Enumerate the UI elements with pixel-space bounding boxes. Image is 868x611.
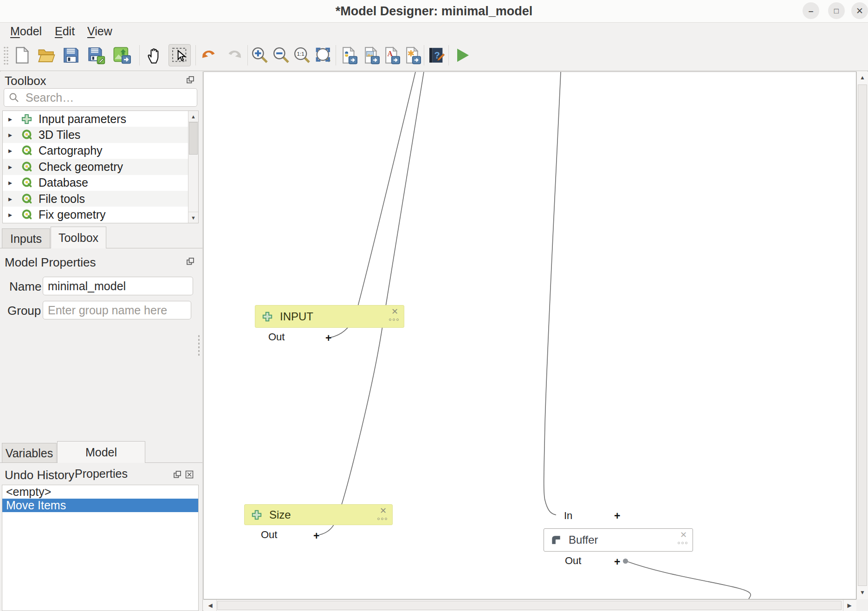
zoom-full-button[interactable] [312,44,335,66]
tree-scrollbar[interactable]: ▲ ▼ [188,111,198,223]
name-field[interactable] [43,277,193,295]
undo-icon [200,46,218,65]
remove-node-icon[interactable]: ✕ [680,530,687,540]
tree-item-check-geometry[interactable]: ▸Check geometry [3,159,198,175]
tree-item-input-parameters[interactable]: ▸Input parameters [3,111,198,127]
save-model-button[interactable] [60,44,82,66]
tab-variables[interactable]: Variables [2,443,57,463]
horizontal-scrollbar-thumb[interactable] [217,601,842,610]
buffer-algorithm-icon [550,534,562,546]
open-model-button[interactable] [35,44,58,66]
redo-button[interactable] [223,44,246,66]
model-properties-float-icon[interactable] [186,257,195,266]
help-button[interactable]: ? [425,44,447,66]
scroll-down-icon[interactable]: ▼ [188,212,198,223]
pan-tool-button[interactable] [143,44,166,66]
zoom-actual-icon: 1:1 [293,46,311,65]
expander-icon[interactable]: ▸ [3,195,19,203]
expander-icon[interactable]: ▸ [3,115,19,124]
node-buffer-out-port[interactable]: + [614,555,620,569]
more-options-icon[interactable] [678,542,687,544]
tab-inputs[interactable]: Inputs [2,228,50,248]
expander-icon[interactable]: ▸ [3,130,19,139]
toolbar-drag-handle[interactable] [3,46,9,65]
menu-edit[interactable]: Edit [52,23,78,40]
qgis-provider-icon [20,176,33,189]
expander-icon[interactable]: ▸ [3,146,19,155]
toolbar-separator [448,45,449,65]
node-input-out-port[interactable]: + [325,331,331,345]
scroll-left-icon[interactable]: ◀ [204,600,217,611]
node-size-out-port[interactable]: + [313,529,319,543]
save-model-as-button[interactable] [85,44,107,66]
scroll-up-icon[interactable]: ▲ [857,72,868,84]
undo-item-move-items[interactable]: Move Items [2,499,198,512]
export-svg-icon [402,46,421,65]
panel-splitter-handle[interactable] [198,334,200,356]
vertical-scrollbar-thumb[interactable] [858,84,867,586]
toolbox-float-icon[interactable] [186,75,195,84]
expander-icon[interactable]: ▸ [3,162,19,171]
scroll-up-icon[interactable]: ▲ [188,111,198,122]
node-buffer-out-anchor[interactable] [623,559,628,564]
search-input[interactable] [4,88,197,107]
node-input[interactable]: INPUT ✕ [255,305,404,328]
model-canvas[interactable]: INPUT ✕ Out + Size ✕ Out + In + Buffer ✕… [203,72,856,599]
export-image-button[interactable] [359,44,382,66]
minimize-button[interactable]: – [803,2,819,19]
tree-item-3d-tiles[interactable]: ▸3D Tiles [3,127,198,143]
node-buffer[interactable]: Buffer ✕ [544,528,693,552]
undo-button[interactable] [198,44,220,66]
save-model-in-project-button[interactable] [110,44,133,66]
tab-model-properties[interactable]: Model Properties [57,441,145,463]
node-buffer-in-port-label: In [564,509,572,523]
canvas-horizontal-scrollbar[interactable]: ◀ ▶ [203,599,856,611]
menu-view[interactable]: View [84,23,115,40]
zoom-in-button[interactable] [249,44,271,66]
node-size-out-port-label: Out [261,528,277,542]
close-button[interactable]: ✕ [851,2,868,19]
more-options-icon[interactable] [377,518,387,520]
canvas-vertical-scrollbar[interactable]: ▲ ▼ [856,72,868,599]
node-buffer-label: Buffer [569,533,598,546]
more-options-icon[interactable] [389,318,399,321]
remove-node-icon[interactable]: ✕ [380,506,387,516]
edge-buffer-out [627,561,751,599]
tab-toolbox[interactable]: Toolbox [51,227,106,248]
group-field[interactable] [43,301,191,319]
menu-model[interactable]: Model [7,23,45,40]
tree-item-file-tools[interactable]: ▸File tools [3,191,198,207]
node-buffer-in-port[interactable]: + [614,509,620,523]
scroll-down-icon[interactable]: ▼ [857,586,868,598]
algorithm-tree: ▸Input parameters ▸3D Tiles ▸Cartography… [2,110,199,223]
remove-node-icon[interactable]: ✕ [391,306,398,317]
scroll-right-icon[interactable]: ▶ [843,600,855,611]
toolbox-panel-title: Toolbox [5,74,46,88]
undo-history-float-icon[interactable] [173,470,182,479]
toolbar-separator [336,45,336,65]
zoom-out-button[interactable] [270,44,292,66]
export-svg-button[interactable] [401,44,423,66]
export-python-button[interactable] [337,44,359,66]
expander-icon[interactable]: ▸ [3,178,19,187]
select-tool-button[interactable] [168,44,191,66]
model-designer-window: *Model Designer: minimal_model – □ ✕ Mod… [0,0,868,611]
input-parameter-icon [251,509,263,521]
tree-item-cartography[interactable]: ▸Cartography [3,143,198,159]
undo-history-close-icon[interactable] [185,470,194,479]
tree-scrollbar-thumb[interactable] [189,122,198,155]
node-input-label: INPUT [280,310,313,323]
export-pdf-button[interactable]: A [380,44,402,66]
run-model-button[interactable] [451,44,473,66]
new-model-button[interactable] [11,44,33,66]
tree-item-fix-geometry[interactable]: ▸Fix geometry [3,207,198,222]
redo-icon [225,46,244,65]
model-properties-title: Model Properties [5,255,96,270]
maximize-button[interactable]: □ [828,2,845,19]
node-size[interactable]: Size ✕ [244,504,393,525]
expander-icon[interactable]: ▸ [3,210,19,219]
undo-item-empty[interactable]: <empty> [2,485,198,499]
zoom-actual-button[interactable]: 1:1 [291,44,313,66]
node-input-out-port-label: Out [268,330,285,344]
tree-item-database[interactable]: ▸Database [3,175,198,191]
